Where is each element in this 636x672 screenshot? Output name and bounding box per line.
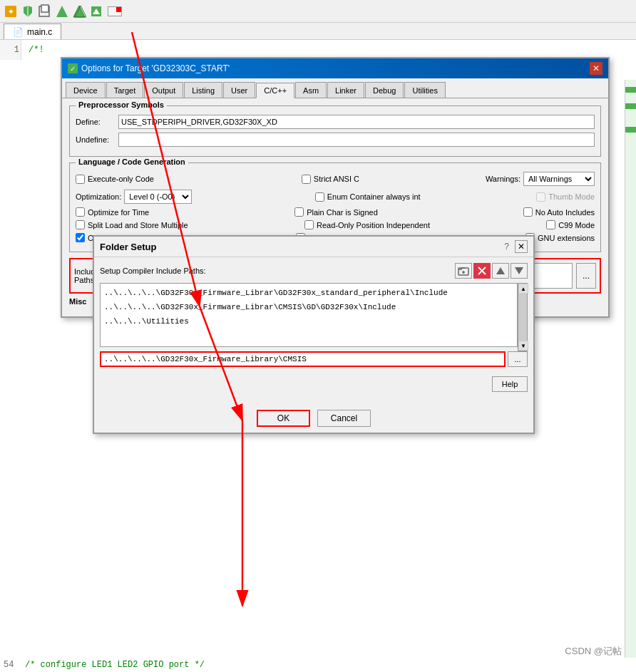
tab-utilities[interactable]: Utilities (404, 82, 445, 98)
c99-mode-row: C99 Mode (546, 220, 595, 229)
folder-path-input[interactable] (100, 351, 506, 367)
execute-only-check[interactable] (76, 175, 85, 184)
plain-char-row: Plain Char is Signed (294, 207, 378, 217)
preprocessor-title: Preprocessor Symbols (76, 100, 167, 109)
warnings-row: Warnings: All Warnings (486, 172, 595, 186)
line-numbers: 1 (0, 40, 21, 60)
gnu-ext-row: GNU extensions (525, 233, 595, 242)
question-mark: ? (504, 242, 509, 252)
plain-char-label: Plain Char is Signed (307, 208, 378, 217)
tab-user[interactable]: User (223, 82, 255, 98)
watermark: CSDN @记帖 (565, 645, 622, 658)
new-folder-btn[interactable] (455, 263, 472, 279)
svg-text:✦: ✦ (8, 8, 14, 16)
thumb-mode-check[interactable] (536, 192, 545, 202)
svg-rect-3 (41, 5, 48, 12)
tab-bar: 📄 main.c (0, 23, 636, 40)
thumb-mode-label: Thumb Mode (548, 192, 595, 201)
folder-list: ..\..\..\..\GD32F30x_Firmware_Librar\GD3… (100, 283, 518, 347)
dialog-titlebar: ✓ Options for Target 'GD32303C_START' ✕ (62, 58, 608, 78)
ok-button[interactable]: OK (257, 410, 310, 427)
optimize-time-check[interactable] (76, 207, 85, 217)
small-icon-1[interactable] (108, 6, 122, 16)
folder-dialog-title: Folder Setup (100, 242, 156, 252)
toolbar: ✦ (0, 0, 636, 23)
toolbar-icon-6[interactable] (88, 4, 104, 19)
read-only-label: Read-Only Position Independent (317, 221, 430, 229)
enum-container-label: Enum Container always int (327, 192, 421, 201)
tab-listing[interactable]: Listing (184, 82, 222, 98)
dialog-close-button[interactable]: ✕ (590, 62, 602, 75)
optimization-select[interactable]: Level 0 (-O0) (124, 190, 192, 204)
svg-marker-4 (56, 6, 68, 17)
move-up-btn[interactable] (492, 263, 509, 279)
svg-marker-11 (515, 267, 523, 274)
define-input[interactable] (118, 115, 595, 129)
folder-dialog-close[interactable]: ✕ (515, 240, 528, 253)
setup-label: Setup Compiler Include Paths: (100, 267, 206, 275)
scrollbar-thumb (518, 294, 527, 341)
tab-output[interactable]: Output (144, 82, 183, 98)
optimization-row: Optimization: Level 0 (-O0) (76, 190, 192, 204)
help-button[interactable]: Help (492, 376, 528, 392)
ok-cancel-row: OK Cancel (94, 404, 533, 433)
strict-ansi-check[interactable] (302, 175, 311, 184)
warnings-label: Warnings: (486, 175, 520, 183)
warnings-select[interactable]: All Warnings (523, 172, 595, 186)
folder-dialog: Folder Setup ? ✕ Setup Compiler Include … (93, 235, 535, 434)
tab-cpp[interactable]: C/C++ (256, 83, 294, 98)
tab-asm[interactable]: Asm (295, 82, 327, 98)
include-paths-browse[interactable]: ... (576, 263, 596, 289)
enum-container-check[interactable] (315, 192, 324, 202)
scrollbar-up[interactable]: ▲ (518, 284, 528, 294)
help-row: Help (94, 373, 533, 396)
main-tab[interactable]: 📄 main.c (4, 24, 61, 39)
tab-linker[interactable]: Linker (327, 82, 364, 98)
c99-mode-check[interactable] (546, 220, 555, 229)
preprocessor-group: Preprocessor Symbols Define: Undefine: (69, 105, 601, 157)
toolbar-icon-4[interactable] (54, 4, 70, 19)
toolbar-icon-1[interactable]: ✦ (3, 4, 19, 19)
undefine-input[interactable] (118, 133, 595, 147)
define-row: Define: (76, 115, 595, 129)
execute-only-row: Execute-only Code (76, 175, 154, 184)
toolbar-icon-5[interactable] (71, 4, 87, 19)
dialog-title: Options for Target 'GD32303C_START' (81, 63, 230, 73)
thumb-mode-row: Thumb Mode (536, 192, 595, 202)
line-54-number: 54 (4, 660, 14, 670)
language-title: Language / Code Generation (76, 157, 188, 166)
lang-row-1: Execute-only Code Strict ANSI C Warnings… (76, 172, 595, 186)
folder-browse-btn[interactable]: ... (508, 351, 528, 367)
folder-dialog-titlebar: Folder Setup ? ✕ (94, 237, 533, 257)
dialog-title-icon: ✓ (68, 63, 78, 73)
folder-toolbar: Setup Compiler Include Paths: (100, 263, 528, 279)
lang-row-4: Split Load and Store Multiple Read-Only … (76, 220, 595, 229)
tab-target[interactable]: Target (106, 82, 144, 98)
list-scrollbar[interactable]: ▲ ▼ (518, 283, 528, 351)
c99-mode-label: C99 Mode (558, 221, 595, 229)
folder-path-2: ..\..\..\..\GD32F30x_Firmware_Librar\CMS… (103, 300, 515, 314)
undefine-row: Undefine: (76, 133, 595, 147)
svg-marker-10 (496, 267, 505, 274)
cancel-button[interactable]: Cancel (317, 410, 371, 427)
scrollbar-down[interactable]: ▼ (518, 341, 528, 351)
tab-filename: main.c (27, 27, 52, 37)
right-sidebar (625, 80, 636, 672)
plain-char-check[interactable] (294, 207, 304, 217)
delete-btn[interactable] (473, 263, 491, 279)
undefine-label: Undefine: (76, 135, 115, 144)
toolbar-icon-2[interactable] (20, 4, 36, 19)
read-only-check[interactable] (304, 220, 314, 229)
tab-debug[interactable]: Debug (365, 82, 404, 98)
auto-includes-check[interactable] (523, 207, 533, 217)
lang-row-3: Optimize for Time Plain Char is Signed N… (76, 207, 595, 217)
misc-label: Misc (69, 297, 86, 306)
one-elf-check[interactable] (76, 233, 85, 242)
move-down-btn[interactable] (511, 263, 528, 279)
define-label: Define: (76, 118, 115, 126)
strict-ansi-row: Strict ANSI C (302, 175, 359, 184)
split-load-check[interactable] (76, 220, 85, 229)
tab-device[interactable]: Device (66, 82, 106, 98)
toolbar-icon-3[interactable] (37, 4, 53, 19)
folder-input-row: ... (100, 351, 528, 367)
